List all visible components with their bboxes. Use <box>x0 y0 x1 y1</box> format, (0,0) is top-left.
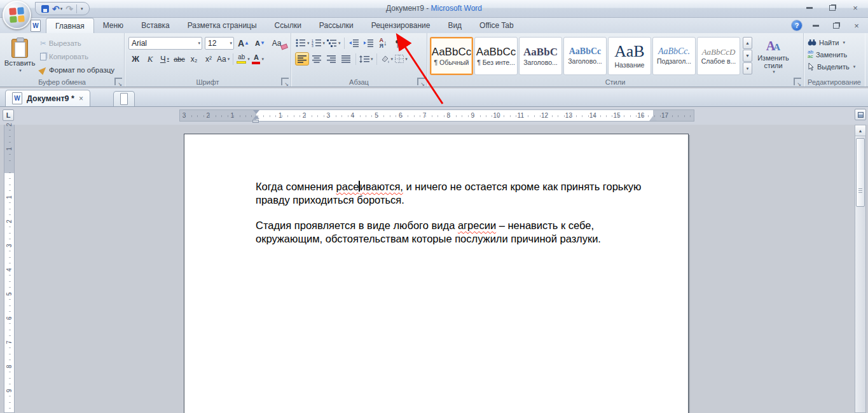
align-right-button[interactable] <box>324 52 338 66</box>
group-label-paragraph: Абзац <box>291 78 427 86</box>
vertical-scrollbar[interactable]: ▲ <box>855 125 866 413</box>
bold-button[interactable]: Ж <box>128 52 142 66</box>
ruler-toggle-button[interactable] <box>855 109 866 120</box>
tab-mailings[interactable]: Рассылки <box>310 18 362 33</box>
minimize-button[interactable] <box>803 3 816 12</box>
restore-button[interactable] <box>826 3 839 12</box>
redo-button[interactable]: ↷ <box>65 4 73 13</box>
office-button[interactable] <box>3 1 31 29</box>
help-button[interactable]: ? <box>792 20 802 31</box>
document-tab[interactable]: W Документ9 * × <box>5 90 90 106</box>
paragraph[interactable]: Стадия проявляется в виде любого вида аг… <box>256 219 656 245</box>
multilevel-list-button[interactable]: ▾ <box>326 36 341 50</box>
find-button[interactable]: Найти ▾ <box>805 36 864 48</box>
show-paragraph-marks-button[interactable]: ¶ <box>391 36 405 50</box>
paragraph[interactable]: Когда сомнения расеиваются, и ничего не … <box>256 180 656 206</box>
style-heading2[interactable]: AaBbCc Заголово... <box>563 37 607 75</box>
ruler-number: 7 <box>421 112 429 119</box>
align-center-button[interactable] <box>310 52 324 66</box>
scrollbar-thumb[interactable] <box>856 138 865 207</box>
select-button[interactable]: Выделить ▾ <box>805 60 864 73</box>
align-left-button[interactable] <box>295 52 309 66</box>
tab-menu[interactable]: Меню <box>94 18 132 33</box>
hanging-indent-marker[interactable] <box>253 115 259 119</box>
ribbon-restore-button[interactable] <box>830 21 843 30</box>
change-case-button[interactable]: Aa▾ <box>216 52 230 66</box>
font-name-combo[interactable]: Arial▾ <box>128 37 202 50</box>
strikethrough-button[interactable]: abc <box>172 52 186 66</box>
tab-view[interactable]: Вид <box>439 18 471 33</box>
style-heading1[interactable]: AaBbC Заголово... <box>519 37 562 75</box>
style-subtle-emphasis[interactable]: AaBbCcD Слабое в... <box>697 37 740 75</box>
font-color-button[interactable]: A▾ <box>251 52 265 66</box>
ribbon-minimize-button[interactable] <box>809 21 822 30</box>
tab-home[interactable]: Главная <box>46 18 94 33</box>
tab-close-icon[interactable]: × <box>79 94 83 103</box>
scroll-up-button[interactable]: ▲ <box>855 125 865 136</box>
ribbon-close-button[interactable]: × <box>850 21 863 30</box>
undo-icon: ↶ <box>52 4 60 13</box>
style-subtitle[interactable]: AaBbCc. Подзагол... <box>652 37 696 75</box>
highlight-button[interactable]: ab▾ <box>236 52 251 66</box>
document-page[interactable]: Когда сомнения расеиваются, и ничего не … <box>184 134 689 413</box>
tab-references[interactable]: Ссылки <box>266 18 310 33</box>
tab-stop-selector-button[interactable]: L <box>3 109 14 121</box>
tab-office-tab[interactable]: Office Tab <box>471 18 523 33</box>
italic-button[interactable]: K <box>143 52 157 66</box>
sort-button[interactable]: АЯ↓ <box>376 36 390 50</box>
styles-more-button[interactable]: ▾ <box>743 62 752 74</box>
superscript-button[interactable]: x² <box>202 52 216 66</box>
styles-dialog-launcher[interactable] <box>794 78 801 85</box>
borders-button[interactable]: ▾ <box>394 52 408 66</box>
tab-page-layout[interactable]: Разметка страницы <box>179 18 266 33</box>
tab-insert[interactable]: Вставка <box>132 18 179 33</box>
line-spacing-button[interactable]: ▾ <box>359 52 374 66</box>
tab-review[interactable]: Рецензирование <box>362 18 439 33</box>
chevron-down-icon: ▾ <box>228 57 230 62</box>
document-tab-title: Документ9 * <box>27 94 74 103</box>
change-styles-button[interactable]: AA Изменить стили ▾ <box>754 36 793 77</box>
new-document-tab-button[interactable]: . <box>113 91 135 106</box>
numbering-button[interactable]: 123 ▾ <box>311 36 326 50</box>
format-painter-button[interactable]: Формат по образцу <box>38 64 116 76</box>
right-indent-marker[interactable] <box>649 116 657 121</box>
paste-button[interactable]: Вставить ▾ <box>1 35 38 76</box>
redo-icon: ↷ <box>65 4 73 13</box>
style-no-spacing[interactable]: AaBbCc ¶ Без инте... <box>474 37 518 75</box>
minimize-icon <box>806 7 813 9</box>
ruler-number: 9 <box>469 112 476 119</box>
replace-button[interactable]: abac Заменить <box>805 48 864 60</box>
shading-button[interactable]: ▾ <box>380 52 394 66</box>
underline-button[interactable]: Ч▾ <box>158 52 172 66</box>
ruler-number: 6 <box>6 314 13 322</box>
clear-formatting-button[interactable]: Aa <box>270 36 284 50</box>
save-button[interactable] <box>41 5 49 13</box>
font-size-combo[interactable]: 12▾ <box>205 37 234 50</box>
style-title[interactable]: АаВ Название <box>608 37 651 75</box>
grow-font-button[interactable]: A▲ <box>237 36 251 50</box>
first-line-indent-marker[interactable] <box>253 110 259 114</box>
paragraph-dialog-launcher[interactable] <box>417 78 425 85</box>
styles-scroll-up-button[interactable]: ▲ <box>743 37 752 49</box>
font-dialog-launcher[interactable] <box>281 78 289 85</box>
ruler-number: 2 <box>6 121 13 129</box>
clipboard-dialog-launcher[interactable] <box>114 78 122 85</box>
vertical-ruler[interactable]: 21123456789 <box>4 125 15 413</box>
style-normal[interactable]: AaBbCc ¶ Обычный <box>430 37 473 75</box>
decrease-indent-button[interactable] <box>347 36 361 50</box>
styles-scroll-down-button[interactable]: ▼ <box>743 50 752 62</box>
subscript-button[interactable]: x₂ <box>187 52 201 66</box>
justify-icon <box>341 55 350 63</box>
increase-indent-button[interactable] <box>362 36 376 50</box>
document-text[interactable]: Когда сомнения расеиваются, и ничего не … <box>256 180 656 245</box>
group-label-font: Шрифт <box>125 78 291 86</box>
qat-customize-button[interactable]: ▾ <box>81 6 83 11</box>
bullets-button[interactable]: ▾ <box>295 36 310 50</box>
left-indent-marker[interactable] <box>252 120 259 123</box>
horizontal-ruler[interactable]: 3211234567891011121314151617 <box>179 109 694 122</box>
shrink-font-button[interactable]: A▼ <box>253 36 267 50</box>
close-button[interactable]: × <box>849 3 862 12</box>
align-left-icon <box>298 55 307 63</box>
justify-button[interactable] <box>339 52 353 66</box>
undo-button[interactable]: ↶▾ <box>52 4 62 13</box>
